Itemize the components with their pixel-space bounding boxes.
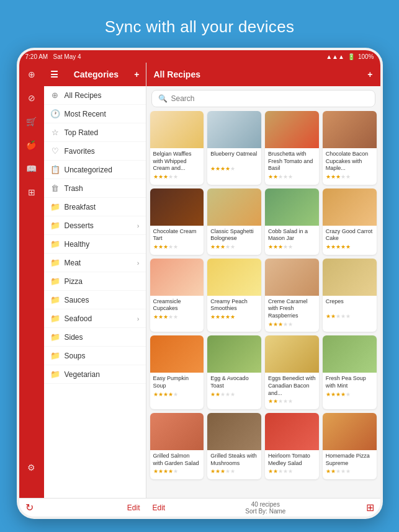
category-item-meat[interactable]: 📁 Meat ›	[44, 254, 146, 272]
recipe-info-9: Creamsicle Cupcakes ★★★★★	[150, 296, 204, 322]
recipe-card-16[interactable]: Fresh Pea Soup with Mint ★★★★★	[323, 335, 377, 409]
recipe-count: 40 recipes Sort By: Name	[245, 501, 285, 515]
status-bar: 7:20 AM Sat May 4 ▲▲▲ 🔋 100%	[19, 50, 380, 63]
recipe-image-16	[323, 335, 377, 373]
recipe-card-3[interactable]: Bruschetta with Fresh Tomato and Basil ★…	[265, 111, 319, 185]
search-bar[interactable]: 🔍	[151, 90, 375, 107]
recipe-card-17[interactable]: Grilled Salmon with Garden Salad ★★★★★	[150, 413, 204, 479]
category-name-soups: Soups	[65, 352, 140, 360]
recipes-add-button[interactable]: +	[367, 69, 372, 79]
device-frame: 7:20 AM Sat May 4 ▲▲▲ 🔋 100% ⊕ ⊘ 🛒 🍎 📖 ⊞…	[17, 48, 383, 519]
category-item-top-rated[interactable]: ☆ Top Rated	[44, 123, 146, 142]
recipe-name-11: Creme Caramel with Fresh Raspberries	[268, 298, 316, 320]
recipe-name-9: Creamsicle Cupcakes	[153, 298, 201, 313]
category-item-soups[interactable]: 📁 Soups	[44, 347, 146, 365]
categories-add-button[interactable]: +	[134, 69, 139, 79]
recipe-card-13[interactable]: Easy Pumpkin Soup ★★★★★	[150, 335, 204, 409]
search-input[interactable]	[171, 94, 369, 103]
recipe-card-5[interactable]: Chocolate Cream Tart ★★★★★	[150, 188, 204, 255]
sidebar-icon-no-sign[interactable]: ⊘	[19, 86, 44, 110]
category-name-favorites: Favorites	[65, 147, 140, 156]
sidebar-icon-settings[interactable]: ⚙	[19, 456, 44, 479]
category-name-seafood: Seafood	[65, 314, 133, 323]
recipe-card-12[interactable]: Crepes ★★★★★	[323, 259, 377, 332]
sidebar-icon-book[interactable]: 📖	[19, 157, 44, 180]
recipe-image-11	[265, 259, 319, 296]
recipe-card-10[interactable]: Creamy Peach Smoothies ★★★★★	[207, 259, 261, 332]
categories-title: Categories	[74, 69, 119, 79]
category-item-breakfast[interactable]: 📁 Breakfast	[44, 198, 146, 216]
refresh-icon[interactable]: ↻	[25, 502, 34, 513]
recipe-card-19[interactable]: Heirloom Tomato Medley Salad ★★★★★	[265, 413, 319, 479]
category-item-most-recent[interactable]: 🕐 Most Recent	[44, 105, 146, 123]
recipe-card-8[interactable]: Crazy Good Carrot Cake ★★★★★	[323, 188, 377, 255]
all-recipes-header: All Recipes +	[146, 63, 380, 86]
recipe-info-8: Crazy Good Carrot Cake ★★★★★	[323, 226, 377, 252]
category-name-trash: Trash	[65, 184, 140, 193]
sidebar-icon-fruit[interactable]: 🍎	[19, 133, 44, 157]
category-name-sauces: Sauces	[65, 296, 140, 304]
recipe-stars-15: ★★★★★	[268, 398, 316, 404]
category-item-desserts[interactable]: 📁 Desserts ›	[44, 216, 146, 235]
category-name-most-recent: Most Recent	[65, 110, 140, 118]
recipe-stars-11: ★★★★★	[268, 321, 316, 327]
category-item-sides[interactable]: 📁 Sides	[44, 328, 146, 347]
recipe-card-2[interactable]: Blueberry Oatmeal ★★★★★	[207, 111, 261, 185]
recipe-image-1	[150, 111, 204, 148]
recipe-stars-2: ★★★★★	[210, 166, 258, 172]
recipe-card-11[interactable]: Creme Caramel with Fresh Raspberries ★★★…	[265, 259, 319, 332]
category-icon-healthy: 📁	[50, 239, 60, 249]
recipe-image-13	[150, 335, 204, 373]
status-right: ▲▲▲ 🔋 100%	[326, 53, 374, 60]
recipe-card-15[interactable]: Eggs Benedict with Canadian Bacon and...…	[265, 335, 319, 409]
recipe-image-19	[265, 413, 319, 450]
recipe-card-20[interactable]: Homemade Pizza Supreme ★★★★★	[323, 413, 377, 479]
recipe-card-1[interactable]: Belgian Waffles with Whipped Cream and..…	[150, 111, 204, 185]
category-icon-meat: 📁	[50, 258, 60, 267]
recipe-stars-18: ★★★★★	[210, 468, 258, 474]
device-inner: 7:20 AM Sat May 4 ▲▲▲ 🔋 100% ⊕ ⊘ 🛒 🍎 📖 ⊞…	[19, 50, 380, 516]
category-item-all-recipes[interactable]: ⊕ All Recipes	[44, 86, 146, 105]
recipe-info-4: Chocolate Bacon Cupcakes with Maple... ★…	[323, 148, 377, 182]
recipe-info-3: Bruschetta with Fresh Tomato and Basil ★…	[265, 148, 319, 182]
recipe-image-9	[150, 259, 204, 296]
category-item-vegetarian[interactable]: 📁 Vegetarian	[44, 365, 146, 384]
category-icon-soups: 📁	[50, 351, 60, 360]
recipe-stars-19: ★★★★★	[268, 468, 316, 474]
category-item-trash[interactable]: 🗑 Trash	[44, 179, 146, 198]
recipe-stars-7: ★★★★★	[268, 244, 316, 250]
recipe-card-4[interactable]: Chocolate Bacon Cupcakes with Maple... ★…	[323, 111, 377, 185]
sidebar-icon-cart[interactable]: 🛒	[19, 110, 44, 133]
recipe-card-7[interactable]: Cobb Salad in a Mason Jar ★★★★★	[265, 188, 319, 255]
recipe-name-14: Egg & Avocado Toast	[210, 375, 258, 389]
category-item-seafood[interactable]: 📁 Seafood ›	[44, 309, 146, 328]
recipe-image-3	[265, 111, 319, 148]
category-item-healthy[interactable]: 📁 Healthy	[44, 235, 146, 254]
grid-view-icon[interactable]: ⊞	[366, 502, 374, 513]
category-item-favorites[interactable]: ♡ Favorites	[44, 142, 146, 161]
category-icon-sauces: 📁	[50, 295, 60, 304]
chevron-icon: ›	[137, 222, 140, 229]
recipe-info-20: Homemade Pizza Supreme ★★★★★	[323, 450, 377, 477]
recipe-card-14[interactable]: Egg & Avocado Toast ★★★★★	[207, 335, 261, 409]
recipe-card-9[interactable]: Creamsicle Cupcakes ★★★★★	[150, 259, 204, 332]
left-edit-button[interactable]: Edit	[127, 503, 140, 512]
recipe-name-7: Cobb Salad in a Mason Jar	[268, 228, 316, 242]
category-item-uncategorized[interactable]: 📋 Uncategorized	[44, 161, 146, 179]
recipe-name-20: Homemade Pizza Supreme	[326, 453, 374, 467]
hamburger-icon[interactable]: ☰	[50, 69, 58, 79]
category-item-sauces[interactable]: 📁 Sauces	[44, 291, 146, 309]
recipe-card-6[interactable]: Classic Spaghetti Bolognese ★★★★★	[207, 188, 261, 255]
recipe-image-7	[265, 188, 319, 226]
sidebar-icon-home[interactable]: ⊕	[19, 63, 44, 86]
bottom-left: ↻ Edit	[19, 498, 146, 516]
recipe-image-10	[207, 259, 261, 296]
recipe-info-19: Heirloom Tomato Medley Salad ★★★★★	[265, 450, 319, 477]
sidebar-icon-grid[interactable]: ⊞	[19, 180, 44, 204]
recipe-image-8	[323, 188, 377, 226]
recipe-card-18[interactable]: Grilled Steaks with Mushrooms ★★★★★	[207, 413, 261, 479]
category-item-pizza[interactable]: 📁 Pizza	[44, 272, 146, 291]
category-name-meat: Meat	[65, 259, 133, 267]
recipe-stars-5: ★★★★★	[153, 244, 201, 250]
right-edit-button[interactable]: Edit	[153, 503, 166, 512]
